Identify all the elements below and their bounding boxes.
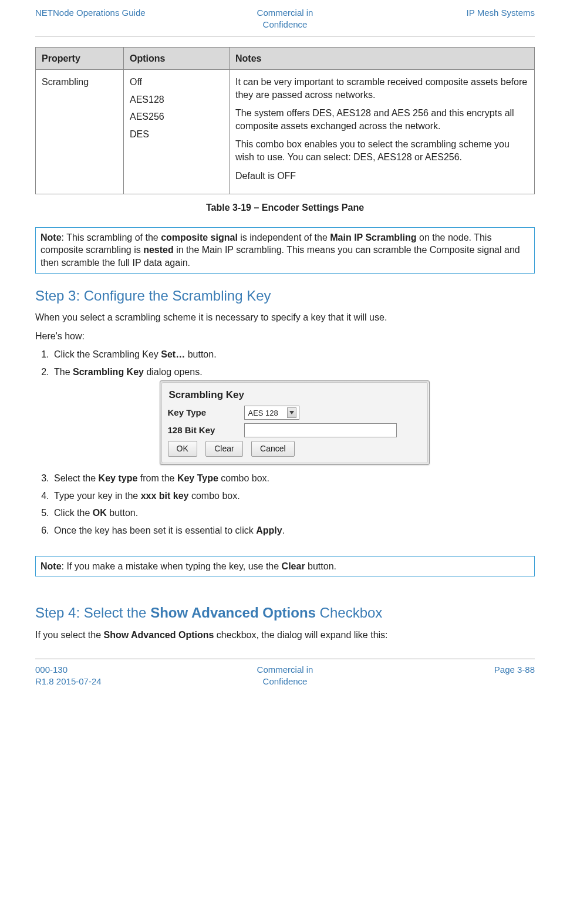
li-text: button. [185,349,216,359]
li-bold: xxx bit key [141,491,189,501]
scrambling-key-dialog: Scrambling Key Key Type AES 128 128 Bit … [160,380,430,465]
note-prefix: Note [41,561,62,571]
li-bold: Key Type [177,473,218,483]
key-input[interactable] [244,423,397,437]
footer-right: Page 3-88 [313,664,535,688]
key-type-value: AES 128 [248,408,278,419]
ok-button[interactable]: OK [168,441,197,457]
footer-docnum: 000-130 [35,664,257,676]
cell-notes: It can be very important to scramble rec… [230,70,535,194]
option-des: DES [130,128,223,141]
properties-table: Property Options Notes Scrambling Off AE… [35,47,535,195]
para-bold: Show Advanced Options [104,630,214,640]
li-text: Type your key in the [54,491,141,501]
table-row: Scrambling Off AES128 AES256 DES It can … [36,70,535,194]
page-header: NETNode Operations Guide Commercial in C… [35,0,535,36]
step3-heading: Step 3: Configure the Scrambling Key [35,286,535,305]
th-notes: Notes [230,47,535,70]
heading-bold: Show Advanced Options [150,605,316,621]
li-text: Select the [54,473,99,483]
para-text: If you select the [35,630,104,640]
clear-button[interactable]: Clear [205,441,242,457]
header-center: Commercial in Confidence [257,7,313,31]
th-property: Property [36,47,124,70]
li-text: Once the key has been set it is essentia… [54,525,256,535]
page-footer: 000-130 R1.8 2015-07-24 Commercial in Co… [35,659,535,688]
heading-text: Checkbox [316,605,382,621]
note-box-clear: Note: If you make a mistake when typing … [35,556,535,577]
step3-para2: Here's how: [35,330,535,343]
para-text: checkbox, the dialog will expand like th… [214,630,387,640]
li-text: Click the [54,508,93,518]
step3-para1: When you select a scrambling scheme it i… [35,311,535,324]
step3-list: Click the Scrambling Key Set… button. Th… [35,348,535,537]
list-item: Type your key in the xxx bit key combo b… [52,490,535,503]
label-key-type: Key Type [168,407,244,419]
note-text-2: is independent of the [238,232,330,242]
note-bold: Clear [282,561,305,571]
li-text: The [54,367,73,377]
note-text-0: : This scrambling of the [62,232,161,242]
note-text-1: composite signal [161,232,238,242]
li-text: combo box. [188,491,240,501]
notes-p2: The system offers DES, AES128 and AES 25… [235,107,528,132]
li-text: Click the Scrambling Key [54,349,161,359]
li-text: from the [137,473,177,483]
dialog-row-128key: 128 Bit Key [168,423,421,437]
heading-text: Step 4: Select the [35,605,150,621]
li-bold: Apply [256,525,282,535]
list-item: The Scrambling Key dialog opens. Scrambl… [52,366,535,465]
notes-p4: Default is OFF [235,170,528,183]
note-box-scrambling: Note: This scrambling of the composite s… [35,227,535,274]
cancel-button[interactable]: Cancel [251,441,295,457]
dialog-title: Scrambling Key [168,387,421,406]
li-text: . [282,525,285,535]
li-text: dialog opens. [144,367,203,377]
li-text: combo box. [218,473,269,483]
key-type-select[interactable]: AES 128 [244,406,299,420]
li-text: button. [107,508,138,518]
footer-center: Commercial in Confidence [257,664,313,688]
footer-revision: R1.8 2015-07-24 [35,676,257,687]
list-item: Select the Key type from the Key Type co… [52,472,535,485]
list-item: Once the key has been set it is essentia… [52,524,535,537]
list-item: Click the Scrambling Key Set… button. [52,348,535,361]
li-bold: Set… [161,349,185,359]
header-left: NETNode Operations Guide [35,7,257,31]
note-text-5: nested [143,245,174,255]
option-aes128: AES128 [130,93,223,106]
cell-property: Scrambling [36,70,124,194]
note-text-3: Main IP Scrambling [330,232,416,242]
th-options: Options [124,47,230,70]
list-item: Click the OK button. [52,507,535,520]
dialog-buttons: OK Clear Cancel [168,441,421,457]
table-caption: Table 3-19 – Encoder Settings Pane [35,201,535,214]
label-128-bit-key: 128 Bit Key [168,424,244,436]
li-bold: OK [93,508,107,518]
footer-left: 000-130 R1.8 2015-07-24 [35,664,257,688]
note-text: : If you make a mistake when typing the … [62,561,282,571]
option-aes256: AES256 [130,110,223,123]
cell-options: Off AES128 AES256 DES [124,70,230,194]
option-off: Off [130,76,223,89]
chevron-down-icon[interactable] [287,407,296,418]
header-right: IP Mesh Systems [313,7,535,31]
step4-heading: Step 4: Select the Show Advanced Options… [35,603,535,622]
li-bold: Scrambling Key [73,367,144,377]
notes-p1: It can be very important to scramble rec… [235,76,528,101]
dialog-row-keytype: Key Type AES 128 [168,406,421,420]
note-text: button. [305,561,336,571]
note-prefix: Note [41,232,62,242]
notes-p3: This combo box enables you to select the… [235,138,528,163]
li-bold: Key type [99,473,138,483]
step4-para: If you select the Show Advanced Options … [35,629,535,642]
